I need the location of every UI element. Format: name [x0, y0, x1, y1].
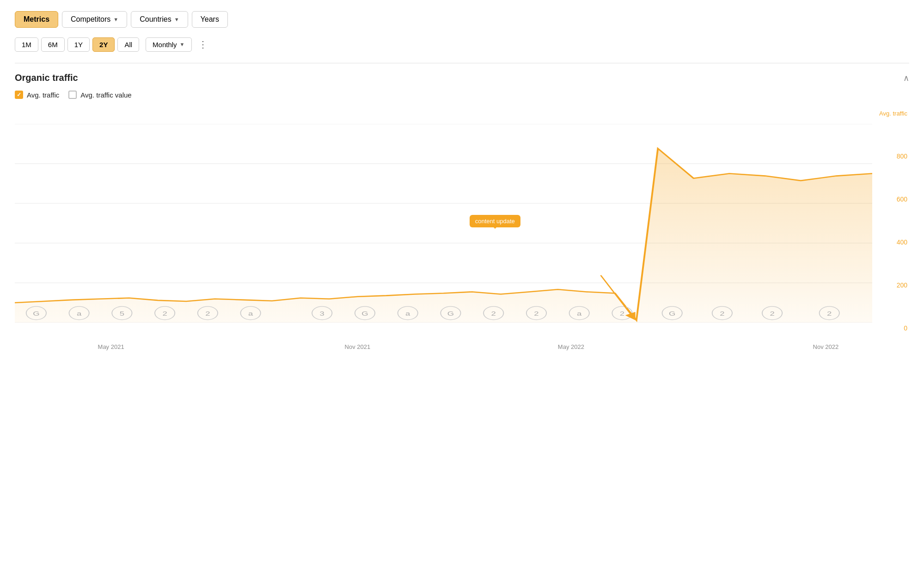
time-6m[interactable]: 6M [41, 37, 65, 52]
nav-countries[interactable]: Countries ▼ [131, 11, 188, 28]
svg-text:a: a [577, 311, 582, 317]
section-divider [15, 63, 909, 63]
x-label-nov2022: Nov 2022 [813, 343, 839, 350]
legend-avg-traffic-value: Avg. traffic value [68, 91, 131, 99]
time-2y[interactable]: 2Y [92, 37, 115, 52]
y-axis-title: Avg. traffic [879, 110, 907, 117]
svg-text:a: a [77, 311, 82, 317]
svg-text:2: 2 [205, 311, 210, 317]
svg-text:2: 2 [491, 311, 496, 317]
svg-text:2: 2 [827, 311, 832, 317]
svg-text:G: G [447, 311, 454, 317]
avg-traffic-value-checkbox[interactable] [68, 91, 77, 99]
svg-text:2: 2 [534, 311, 538, 317]
granularity-dropdown[interactable]: Monthly ▼ [146, 37, 191, 52]
svg-text:2: 2 [620, 311, 624, 317]
granularity-caret-icon: ▼ [180, 42, 185, 47]
svg-text:G: G [669, 311, 675, 317]
legend: Avg. traffic Avg. traffic value [15, 91, 909, 99]
svg-text:2: 2 [770, 311, 774, 317]
x-axis: May 2021 Nov 2021 May 2022 Nov 2022 [15, 327, 872, 350]
y-axis: Avg. traffic 800 600 400 200 0 [875, 110, 909, 332]
x-label-may2022: May 2022 [558, 343, 584, 350]
nav-countries-label: Countries [140, 15, 171, 24]
more-options-button[interactable]: ⋮ [195, 37, 212, 52]
nav-metrics[interactable]: Metrics [15, 11, 58, 28]
time-all[interactable]: All [117, 37, 139, 52]
y-tick-800: 800 [897, 153, 907, 160]
svg-text:G: G [33, 311, 39, 317]
nav-metrics-label: Metrics [24, 15, 49, 24]
chart-container: Avg. traffic 800 600 400 200 0 [15, 110, 909, 350]
nav-years-label: Years [201, 15, 219, 24]
svg-text:a: a [248, 311, 253, 317]
chart-area: G a 5 2 2 a 3 G a G [15, 124, 872, 323]
avg-traffic-checkbox[interactable] [15, 91, 23, 99]
x-label-nov2021: Nov 2021 [345, 343, 371, 350]
time-1m[interactable]: 1M [15, 37, 38, 52]
chart-svg: G a 5 2 2 a 3 G a G [15, 124, 872, 323]
collapse-button[interactable]: ∧ [903, 73, 909, 83]
nav-competitors[interactable]: Competitors ▼ [62, 11, 127, 28]
svg-text:G: G [361, 311, 368, 317]
legend-avg-traffic: Avg. traffic [15, 91, 59, 99]
svg-text:2: 2 [162, 311, 167, 317]
competitors-caret-icon: ▼ [113, 17, 118, 22]
nav-years[interactable]: Years [192, 11, 228, 28]
granularity-label: Monthly [153, 41, 177, 49]
section-title: Organic traffic [15, 73, 78, 83]
avg-traffic-value-label: Avg. traffic value [80, 91, 131, 99]
svg-text:3: 3 [320, 311, 325, 317]
svg-text:a: a [405, 311, 410, 317]
section-header: Organic traffic ∧ [15, 73, 909, 83]
countries-caret-icon: ▼ [174, 17, 179, 22]
y-tick-0: 0 [904, 324, 907, 332]
time-range-bar: 1M 6M 1Y 2Y All Monthly ▼ ⋮ [15, 37, 909, 52]
top-nav: Metrics Competitors ▼ Countries ▼ Years [15, 11, 909, 28]
x-label-may2021: May 2021 [98, 343, 124, 350]
avg-traffic-label: Avg. traffic [27, 91, 59, 99]
nav-competitors-label: Competitors [71, 15, 110, 24]
y-tick-200: 200 [897, 281, 907, 289]
svg-text:2: 2 [720, 311, 724, 317]
y-tick-400: 400 [897, 238, 907, 246]
svg-text:5: 5 [120, 311, 125, 317]
y-tick-600: 600 [897, 195, 907, 203]
time-1y[interactable]: 1Y [67, 37, 90, 52]
